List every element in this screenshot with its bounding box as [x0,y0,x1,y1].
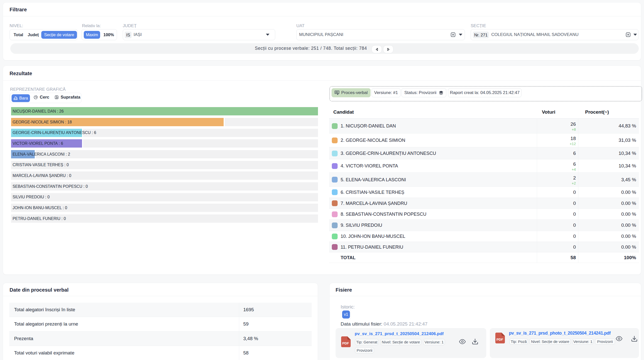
svg-text:PDF: PDF [497,338,503,341]
svg-text:PDF: PDF [342,341,349,345]
